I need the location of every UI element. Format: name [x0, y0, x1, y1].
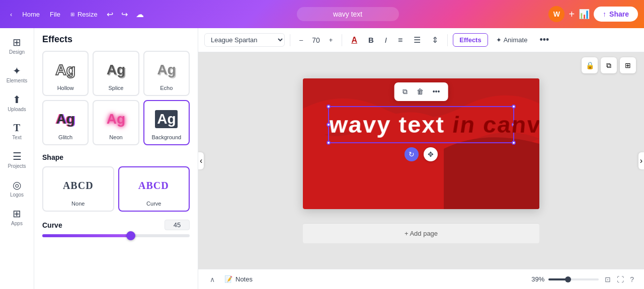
handle-br[interactable]	[512, 141, 516, 145]
sidebar-uploads-label: Uploads	[8, 107, 26, 112]
handle-bl[interactable]	[327, 141, 331, 145]
effects-button-label: Effects	[459, 36, 481, 44]
lock-btn[interactable]: 🔒	[582, 57, 598, 73]
fullscreen-btn[interactable]: ⛶	[615, 273, 626, 285]
share-icon: ↑	[603, 10, 606, 18]
effect-preview-glitch: Ag	[47, 105, 84, 133]
bold-btn[interactable]: B	[364, 34, 378, 46]
spacing-btn[interactable]: ⇕	[428, 33, 442, 47]
save-cloud-button[interactable]: ☁	[133, 8, 147, 21]
effect-card-echo[interactable]: Ag Echo	[143, 51, 190, 96]
sidebar-item-uploads[interactable]: ⬆ Uploads	[2, 89, 32, 116]
shape-preview-none: ABCD	[47, 171, 109, 200]
resize-button[interactable]: ⊞ Resize	[66, 9, 102, 20]
canvas-top-tools: 🔒 ⧉ ⊞	[582, 57, 636, 73]
home-label: Home	[22, 11, 40, 18]
sidebar-item-design[interactable]: ⊞ Design	[2, 32, 32, 59]
rotate-control[interactable]: ↻	[405, 147, 419, 161]
sidebar-apps-label: Apps	[11, 221, 23, 226]
effect-card-background[interactable]: Ag Background	[143, 100, 190, 145]
zoom-slider-track	[548, 278, 599, 280]
zoom-slider-thumb[interactable]	[565, 276, 571, 282]
text-color-btn[interactable]: A	[347, 34, 361, 47]
sidebar-item-elements[interactable]: ✦ Elements	[2, 61, 32, 87]
sidebar-item-text[interactable]: T Text	[2, 118, 32, 144]
text-controls: ↻ ✥	[328, 147, 514, 161]
more-float-btn[interactable]: •••	[430, 85, 443, 98]
shape-grid: ABCD None ABCD Curve	[42, 166, 190, 212]
logos-icon: ◎	[13, 179, 21, 191]
effect-name-neon: Neon	[109, 134, 122, 140]
effect-card-neon[interactable]: Ag Neon	[93, 100, 139, 145]
fit-to-screen-btn[interactable]: ⊡	[603, 273, 613, 285]
design-icon: ⊞	[13, 36, 21, 48]
file-label: File	[50, 11, 60, 18]
shape-card-curve[interactable]: ABCD Curve	[118, 166, 190, 212]
topbar-right: W + 📊 ↑ Share	[548, 6, 638, 22]
more-options-btn[interactable]: •••	[535, 33, 553, 47]
font-selector[interactable]: League Spartan	[204, 33, 285, 47]
notes-button[interactable]: 📝 Notes	[224, 275, 253, 283]
collapse-panel-btn[interactable]: ‹	[198, 152, 204, 169]
toolbar-divider-1	[290, 34, 290, 46]
animate-button[interactable]: ✦ Animate	[491, 34, 533, 46]
canvas-wrapper: 🔒 ⧉ ⊞	[198, 52, 644, 269]
sidebar-item-apps[interactable]: ⊞ Apps	[2, 204, 32, 230]
notes-icon: 📝	[224, 275, 232, 283]
handle-tr[interactable]	[512, 105, 516, 109]
increase-font-btn[interactable]: +	[325, 34, 337, 46]
help-btn[interactable]: ?	[628, 273, 636, 285]
apps-icon: ⊞	[13, 208, 21, 220]
document-title-input[interactable]	[297, 7, 399, 21]
share-button[interactable]: ↑ Share	[594, 7, 638, 22]
home-button[interactable]: Home	[18, 9, 44, 20]
text-element-container[interactable]: wavy text in canva ↻ ✥	[328, 106, 514, 161]
decrease-font-btn[interactable]: –	[295, 34, 307, 46]
redo-button[interactable]: ↪	[118, 8, 131, 21]
effect-card-glitch[interactable]: Ag Glitch	[42, 100, 89, 145]
add-collaborator-button[interactable]: +	[569, 9, 575, 20]
canvas-scroll-area[interactable]: ⧉ 🗑 •••	[198, 52, 644, 269]
font-size-display: 70	[310, 36, 322, 44]
effect-preview-hollow: Ag	[47, 56, 84, 84]
shape-card-none[interactable]: ABCD None	[42, 166, 114, 212]
expand-panel-btn[interactable]: ›	[638, 152, 644, 169]
animate-label: Animate	[504, 36, 528, 44]
undo-button[interactable]: ↩	[104, 8, 116, 21]
add-page-bar[interactable]: + Add page	[303, 223, 539, 243]
canvas-page[interactable]: ⧉ 🗑 •••	[303, 78, 539, 209]
move-control[interactable]: ✥	[424, 147, 438, 161]
effect-preview-background: Ag	[148, 105, 185, 133]
curve-value: 45	[165, 220, 190, 230]
effect-card-splice[interactable]: Ag Splice	[93, 51, 139, 96]
selection-box: wavy text in canva	[328, 106, 514, 143]
sidebar-item-logos[interactable]: ◎ Logos	[2, 175, 32, 202]
analytics-icon[interactable]: 📊	[579, 9, 590, 20]
copy-float-btn[interactable]: ⧉	[399, 85, 411, 98]
add-page-label: + Add page	[405, 230, 438, 237]
align-btn[interactable]: ≡	[394, 34, 407, 47]
curve-slider-fill	[42, 234, 131, 237]
italic-btn[interactable]: I	[381, 34, 391, 46]
effect-preview-neon: Ag	[98, 105, 134, 133]
sidebar-design-label: Design	[9, 49, 25, 55]
floating-toolbar: ⧉ 🗑 •••	[394, 82, 448, 101]
collapse-bottom-btn[interactable]: ∧	[206, 273, 218, 285]
sidebar-logos-label: Logos	[10, 192, 24, 198]
effect-card-hollow[interactable]: Ag Hollow	[42, 51, 89, 96]
toolbar: League Spartan – 70 + A B I ≡ ☰ ⇕ Effect…	[198, 28, 644, 52]
file-button[interactable]: File	[46, 9, 64, 20]
delete-float-btn[interactable]: 🗑	[414, 85, 427, 98]
avatar[interactable]: W	[548, 6, 565, 22]
list-btn[interactable]: ☰	[410, 33, 425, 47]
expand-btn[interactable]: ⊞	[620, 57, 636, 73]
sidebar-item-projects[interactable]: ☰ Projects	[2, 146, 32, 173]
curve-label: Curve	[42, 221, 62, 229]
handle-tl[interactable]	[327, 105, 331, 109]
effects-button[interactable]: Effects	[453, 33, 488, 47]
duplicate-btn[interactable]: ⧉	[601, 57, 617, 73]
uploads-icon: ⬆	[13, 93, 21, 106]
curve-slider-track	[42, 234, 190, 237]
back-button[interactable]: ‹	[6, 9, 16, 20]
curve-slider-thumb[interactable]	[126, 231, 135, 240]
